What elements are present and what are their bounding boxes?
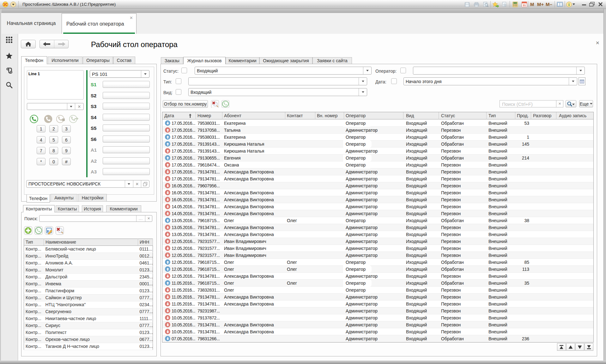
svg-text:1C: 1C bbox=[3, 3, 8, 6]
svg-text:31: 31 bbox=[523, 4, 526, 7]
